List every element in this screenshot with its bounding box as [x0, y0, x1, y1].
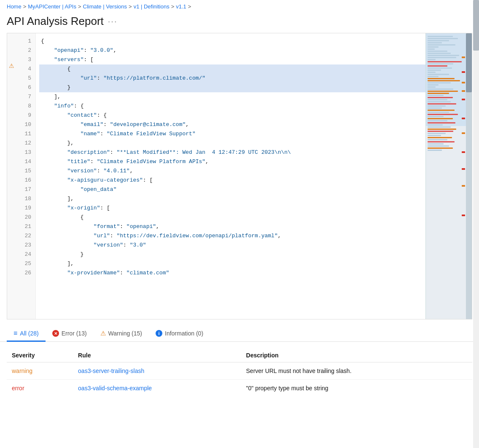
gutter-row-3	[7, 52, 16, 61]
gutter-row-1	[7, 33, 16, 43]
breadcrumb-home[interactable]: Home	[7, 3, 22, 10]
table-body: warning oas3-server-trailing-slash Serve…	[7, 362, 472, 397]
code-line-20: {	[39, 213, 425, 222]
ln-4: 4	[16, 64, 35, 74]
ln-23: 23	[16, 241, 35, 250]
page-scrollbar[interactable]	[473, 0, 479, 448]
rule-link-1[interactable]: oas3-server-trailing-slash	[78, 368, 144, 374]
code-line-19: "x-origin": [	[39, 204, 425, 213]
all-icon: ≡	[13, 330, 17, 337]
minimap-scrollbar-thumb[interactable]	[466, 33, 472, 92]
code-line-10: "email": "developer@climate.com",	[39, 120, 425, 129]
ln-12: 12	[16, 139, 35, 148]
code-editor: ⚠ 1 2 3	[7, 33, 472, 319]
code-line-17: "open_data"	[39, 185, 425, 194]
breadcrumb-sep-4: >	[171, 3, 175, 10]
gutter-row-24	[7, 247, 16, 256]
ruler-marker-4	[462, 90, 465, 92]
gutter-row-4: ⚠	[7, 61, 16, 70]
gutter-row-11	[7, 126, 16, 135]
ln-14: 14	[16, 157, 35, 166]
code-line-22: "url": "https://dev.fieldview.com/openap…	[39, 231, 425, 241]
breadcrumb-myapicenter[interactable]: MyAPICenter | APIs	[28, 3, 76, 10]
code-line-12: },	[39, 139, 425, 148]
breadcrumb-v1-1[interactable]: v1.1	[176, 3, 186, 10]
code-line-4: {	[39, 64, 425, 74]
breadcrumb-sep-5: >	[188, 3, 191, 10]
gutter-row-17	[7, 182, 16, 191]
ln-11: 11	[16, 129, 35, 139]
ruler-marker-10	[462, 185, 465, 187]
ln-22: 22	[16, 231, 35, 241]
ln-19: 19	[16, 204, 35, 213]
page-title: API Analysis Report	[7, 15, 104, 28]
ln-10: 10	[16, 120, 35, 129]
gutter-row-19	[7, 200, 16, 209]
code-line-1: {	[39, 37, 425, 46]
info-icon: i	[156, 330, 162, 337]
ln-25: 25	[16, 259, 35, 268]
ln-18: 18	[16, 194, 35, 204]
gutter-row-22	[7, 228, 16, 237]
ln-5: 5	[16, 74, 35, 83]
code-line-11: "name": "Climate FieldView Support"	[39, 129, 425, 139]
tab-warning-label: Warning (15)	[108, 330, 142, 337]
gutter-row-9	[7, 107, 16, 117]
ruler-marker-7	[462, 132, 465, 134]
warning-icon: ⚠	[100, 330, 106, 337]
severity-cell-2: error	[7, 380, 73, 397]
tab-all[interactable]: ≡ All (28)	[7, 326, 46, 342]
code-line-23: "version": "3.0"	[39, 241, 425, 250]
rule-link-2[interactable]: oas3-valid-schema-example	[78, 385, 152, 392]
tab-warning[interactable]: ⚠ Warning (15)	[94, 326, 149, 342]
code-line-24: }	[39, 250, 425, 259]
tab-information[interactable]: i Information (0)	[149, 327, 210, 341]
code-line-16: "x-apisguru-categories": [	[39, 176, 425, 185]
code-line-7: ],	[39, 92, 425, 102]
tab-all-label: All (28)	[20, 330, 38, 337]
col-severity: Severity	[7, 349, 73, 362]
ruler-marker-5	[462, 99, 465, 100]
gutter-row-2	[7, 43, 16, 52]
ln-26: 26	[16, 268, 35, 278]
minimap-content	[426, 33, 472, 319]
gutter-row-18	[7, 191, 16, 200]
minimap	[425, 33, 472, 319]
rule-cell-2: oas3-valid-schema-example	[73, 380, 241, 397]
code-line-21: "format": "openapi",	[39, 222, 425, 231]
code-line-13: "description": "**Last Modified**: Wed J…	[39, 148, 425, 157]
tab-error-label: Error (13)	[62, 330, 87, 337]
ln-17: 17	[16, 185, 35, 194]
code-line-26: "x-providerName": "climate.com"	[39, 268, 425, 278]
ln-20: 20	[16, 213, 35, 222]
gutter-row-25	[7, 256, 16, 265]
table-row: warning oas3-server-trailing-slash Serve…	[7, 362, 472, 380]
gutter-row-10	[7, 117, 16, 126]
rule-cell-1: oas3-server-trailing-slash	[73, 362, 241, 380]
gutter-row-5	[7, 70, 16, 80]
ln-8: 8	[16, 102, 35, 111]
gutter-row-8	[7, 98, 16, 107]
breadcrumb-sep-3: >	[129, 3, 132, 10]
breadcrumb-climate-versions[interactable]: Climate | Versions	[83, 3, 127, 10]
code-line-5: "url": "https://platform.climate.com/"	[39, 74, 425, 83]
code-line-8: "info": {	[39, 102, 425, 111]
gutter-row-26	[7, 265, 16, 274]
page-scrollbar-thumb[interactable]	[473, 0, 479, 51]
tab-error[interactable]: ✕ Error (13)	[46, 327, 94, 341]
breadcrumb: Home > MyAPICenter | APIs > Climate | Ve…	[0, 0, 479, 13]
minimap-scrollbar-track[interactable]	[466, 33, 472, 319]
ln-1: 1	[16, 37, 35, 46]
results-table: Severity Rule Description warning oas3-s…	[7, 349, 472, 397]
results-table-container: Severity Rule Description warning oas3-s…	[0, 342, 479, 403]
gutter-row-23	[7, 237, 16, 247]
ln-3: 3	[16, 55, 35, 64]
gutter-row-12	[7, 135, 16, 145]
ln-9: 9	[16, 111, 35, 120]
warning-gutter: ⚠	[7, 33, 16, 319]
col-description: Description	[241, 349, 472, 362]
code-content[interactable]: { "openapi": "3.0.0", "servers": [ { "ur…	[36, 33, 425, 319]
breadcrumb-v1-definitions[interactable]: v1 | Definitions	[134, 3, 170, 10]
page-menu-icon[interactable]: ···	[108, 16, 118, 26]
code-line-15: "version": "4.0.11",	[39, 166, 425, 176]
